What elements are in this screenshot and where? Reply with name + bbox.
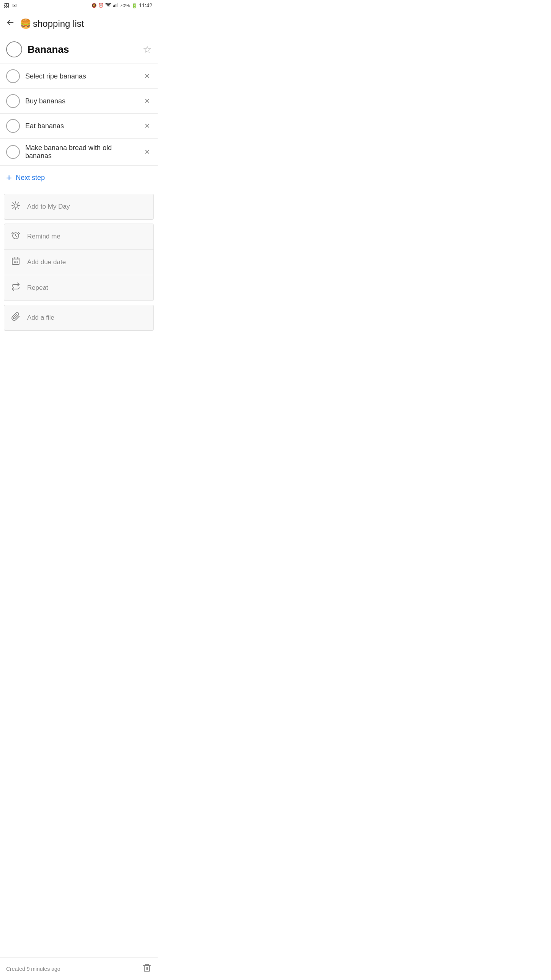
image-icon: 🖼 (4, 2, 9, 8)
action-section-file: Add a file (4, 305, 154, 331)
header-title-text: shopping list (33, 18, 84, 29)
svg-rect-4 (117, 3, 117, 7)
mail-icon: ✉ (12, 2, 17, 8)
next-step-row[interactable]: + Next step (0, 166, 158, 190)
repeat-icon (10, 282, 21, 294)
status-bar: 🖼 ✉ 🔕 ⏰ 70% 🔋 11:42 (0, 0, 158, 11)
plus-icon: + (6, 172, 12, 184)
header-title: 🍔 shopping list (20, 18, 84, 29)
step-item: Select ripe bananas ✕ (0, 64, 158, 89)
main-task-row: Bananas ☆ (0, 35, 158, 64)
wifi-icon (105, 3, 111, 8)
svg-rect-1 (113, 5, 114, 7)
alarm-icon (10, 231, 21, 242)
steps-list: Select ripe bananas ✕ Buy bananas ✕ Eat … (0, 64, 158, 166)
next-step-label: Next step (16, 174, 45, 182)
add-file-label: Add a file (27, 314, 54, 322)
header: 🍔 shopping list (0, 11, 158, 35)
battery-icon: 🔋 (131, 3, 137, 8)
add-file-item[interactable]: Add a file (4, 305, 153, 330)
step-remove-4[interactable]: ✕ (143, 146, 152, 158)
step-checkbox-3[interactable] (6, 119, 20, 133)
svg-line-10 (13, 203, 13, 203)
action-section-myday: Add to My Day (4, 194, 154, 220)
svg-rect-17 (12, 258, 19, 265)
svg-rect-2 (114, 5, 115, 7)
svg-line-13 (13, 208, 13, 209)
repeat-label: Repeat (27, 284, 48, 292)
remind-me-item[interactable]: Remind me (4, 224, 153, 250)
svg-rect-21 (14, 261, 15, 263)
step-text-3: Eat bananas (25, 122, 137, 130)
step-item: Make banana bread with old bananas ✕ (0, 139, 158, 166)
svg-rect-23 (17, 261, 18, 263)
svg-line-16 (16, 236, 17, 237)
step-checkbox-4[interactable] (6, 145, 20, 159)
svg-rect-3 (116, 4, 116, 7)
star-icon[interactable]: ☆ (143, 44, 152, 56)
back-button[interactable] (4, 16, 17, 31)
step-remove-3[interactable]: ✕ (143, 120, 152, 132)
repeat-item[interactable]: Repeat (4, 275, 153, 301)
remind-me-label: Remind me (27, 233, 60, 240)
add-to-myday-label: Add to My Day (27, 203, 70, 211)
step-checkbox-2[interactable] (6, 94, 20, 108)
signal-icon (113, 3, 118, 8)
svg-line-12 (18, 203, 19, 203)
paperclip-icon (10, 312, 21, 323)
alarm-status-icon: ⏰ (98, 3, 104, 8)
step-remove-2[interactable]: ✕ (143, 95, 152, 107)
status-bar-left: 🖼 ✉ (4, 2, 17, 8)
svg-point-5 (14, 204, 18, 207)
mute-icon: 🔕 (91, 3, 97, 8)
action-section-reminders: Remind me Add due date Repeat (4, 224, 154, 301)
status-bar-right: 🔕 ⏰ 70% 🔋 11:42 (91, 2, 152, 8)
step-item: Buy bananas ✕ (0, 89, 158, 114)
sun-icon (10, 201, 21, 212)
step-checkbox-1[interactable] (6, 69, 20, 83)
calendar-icon (10, 256, 21, 268)
main-task-text: Bananas (28, 44, 137, 56)
add-to-myday-item[interactable]: Add to My Day (4, 194, 153, 219)
step-text-4: Make banana bread with old bananas (25, 144, 137, 160)
svg-line-11 (18, 208, 19, 209)
header-emoji: 🍔 (20, 18, 31, 29)
step-text-1: Select ripe bananas (25, 72, 137, 80)
time-display: 11:42 (139, 2, 152, 8)
svg-rect-22 (15, 261, 16, 263)
step-item: Eat bananas ✕ (0, 114, 158, 139)
step-text-2: Buy bananas (25, 97, 137, 105)
add-due-date-item[interactable]: Add due date (4, 250, 153, 275)
battery-text: 70% (120, 3, 130, 8)
step-remove-1[interactable]: ✕ (143, 70, 152, 82)
add-due-date-label: Add due date (27, 258, 66, 266)
main-task-checkbox[interactable] (6, 41, 22, 57)
svg-point-0 (108, 7, 109, 7)
